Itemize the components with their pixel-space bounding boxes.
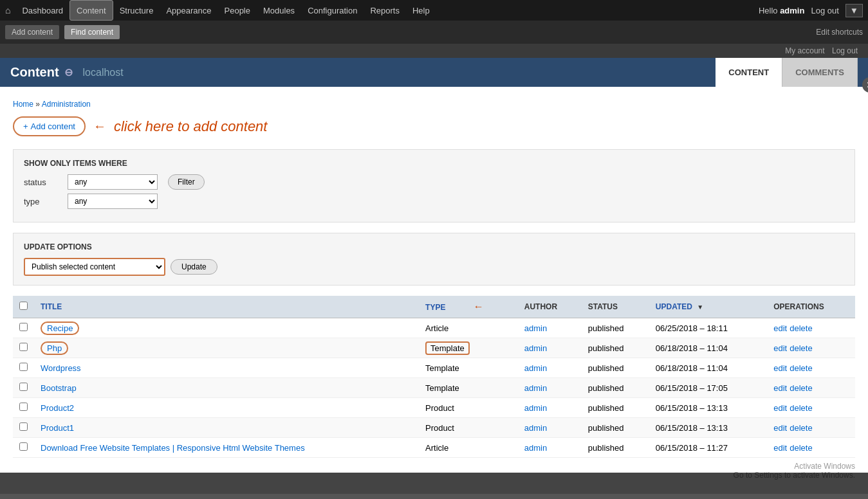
row-checkbox[interactable] [19,442,28,451]
update-action-select[interactable]: Publish selected content Unpublish selec… [24,258,165,276]
row-author-link[interactable]: admin [524,403,547,413]
row-checkbox-cell [13,398,34,418]
row-delete-link[interactable]: delete [790,383,812,393]
table-row: WordpressTemplateadminpublished06/18/201… [13,358,855,378]
minimize-icon[interactable]: ⊖ [64,66,73,78]
tab-comments[interactable]: COMMENTS [782,58,858,87]
nav-content[interactable]: Content [69,0,113,21]
row-delete-link[interactable]: delete [790,363,812,373]
row-edit-link[interactable]: edit [773,363,787,373]
row-title-link[interactable]: Php [41,341,68,355]
row-checkbox[interactable] [19,383,28,391]
status-filter-label: status [24,177,62,187]
table-header-status: STATUS [582,296,649,318]
my-account-link[interactable]: My account [785,46,824,55]
row-status-cell: published [582,398,649,418]
row-delete-link[interactable]: delete [790,443,812,453]
row-type-cell: Template [419,338,518,358]
row-title-link[interactable]: Bootstrap [41,383,77,393]
row-delete-link[interactable]: delete [790,423,812,433]
home-icon[interactable]: ⌂ [5,5,10,15]
row-type-value: Template [419,378,518,398]
row-checkbox[interactable] [19,403,28,411]
filter-button[interactable]: Filter [168,174,205,190]
row-title-link[interactable]: Product2 [41,403,74,413]
row-title-link[interactable]: Wordpress [41,363,81,373]
row-title-cell: Product2 [34,398,419,418]
content-header-bar: Content ⊖ localhost CONTENT COMMENTS [0,58,868,87]
table-header-title[interactable]: TITLE [34,296,419,318]
row-delete-link[interactable]: delete [790,343,812,353]
nav-help[interactable]: Help [406,0,436,21]
plus-icon: + [23,122,28,131]
breadcrumb-administration[interactable]: Administration [42,100,91,109]
row-author-link[interactable]: admin [524,423,547,433]
breadcrumb-separator: » [35,100,40,109]
nav-people[interactable]: People [218,0,257,21]
row-checkbox[interactable] [19,363,28,371]
row-author-link[interactable]: admin [524,323,547,333]
update-button[interactable]: Update [171,259,217,275]
type-filter-row: type any Article Template Product [24,194,844,209]
status-filter-select[interactable]: any published unpublished [68,174,158,190]
table-header-type[interactable]: TYPE ← [419,296,518,318]
row-edit-link[interactable]: edit [773,443,787,453]
row-checkbox[interactable] [19,323,28,331]
logout-link[interactable]: Log out [811,6,838,15]
row-title-link[interactable]: Recipe [41,322,79,335]
row-operations-cell: editdelete [767,338,855,358]
row-checkbox[interactable] [19,343,28,351]
row-updated-cell: 06/15/2018 – 13:13 [649,418,767,438]
row-status-cell: published [582,358,649,378]
add-content-button[interactable]: + Add content [13,116,86,136]
breadcrumb: Home » Administration [13,100,855,109]
tab-content[interactable]: CONTENT [716,58,782,87]
row-updated-cell: 06/18/2018 – 11:04 [649,338,767,358]
table-header-updated[interactable]: UPDATED ▼ [649,296,767,318]
row-author-cell: admin [518,418,582,438]
table-row: PhpTemplateadminpublished06/18/2018 – 11… [13,338,855,358]
nav-dropdown-button[interactable]: ▼ [845,4,863,17]
row-author-link[interactable]: admin [524,343,547,353]
row-checkbox[interactable] [19,422,28,431]
row-author-cell: admin [518,438,582,458]
type-filter-select[interactable]: any Article Template Product [68,194,158,209]
find-content-toolbar-button[interactable]: Find content [64,25,120,39]
breadcrumb-home[interactable]: Home [13,100,33,109]
row-edit-link[interactable]: edit [773,383,787,393]
nav-dashboard[interactable]: Dashboard [15,0,69,21]
row-title-cell: Product1 [34,418,419,438]
content-tab-bar: CONTENT COMMENTS [716,58,858,87]
row-title-link[interactable]: Product1 [41,423,74,433]
row-edit-link[interactable]: edit [773,423,787,433]
nav-structure[interactable]: Structure [113,0,160,21]
nav-configuration[interactable]: Configuration [301,0,364,21]
row-author-cell: admin [518,378,582,398]
row-type-value: Product [419,398,518,418]
row-title-cell: Bootstrap [34,378,419,398]
edit-shortcuts-link[interactable]: Edit shortcuts [816,28,863,37]
row-author-link[interactable]: admin [524,383,547,393]
select-all-checkbox[interactable] [19,302,28,310]
row-operations-cell: editdelete [767,418,855,438]
my-account-logout-link[interactable]: Log out [832,46,858,55]
row-edit-link[interactable]: edit [773,323,787,333]
nav-appearance[interactable]: Appearance [160,0,217,21]
row-author-link[interactable]: admin [524,363,547,373]
row-title-link[interactable]: Download Free Website Templates | Respon… [41,443,305,453]
nav-modules[interactable]: Modules [257,0,301,21]
add-content-toolbar-button[interactable]: Add content [5,25,59,39]
row-type-value: Template [419,358,518,378]
nav-reports[interactable]: Reports [364,0,406,21]
row-author-link[interactable]: admin [524,443,547,453]
table-header-operations: OPERATIONS [767,296,855,318]
row-edit-link[interactable]: edit [773,343,787,353]
my-account-bar: My account Log out [0,44,868,58]
row-delete-link[interactable]: delete [790,403,812,413]
row-author-cell: admin [518,358,582,378]
page-background: My account Log out Content ⊖ localhost C… [0,44,868,494]
table-header-author: AUTHOR [518,296,582,318]
add-content-label: Add content [31,122,75,131]
row-delete-link[interactable]: delete [790,323,812,333]
row-edit-link[interactable]: edit [773,403,787,413]
